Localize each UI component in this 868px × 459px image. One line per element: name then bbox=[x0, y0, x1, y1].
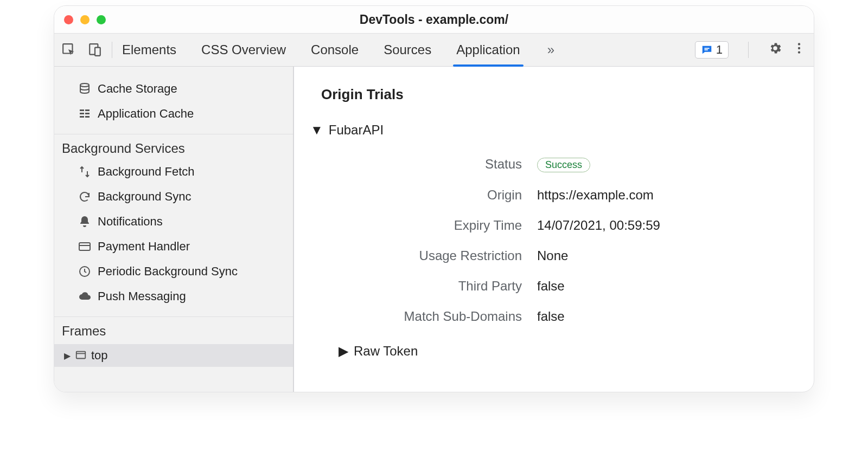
expand-triangle-icon: ▶ bbox=[64, 351, 71, 361]
svg-rect-14 bbox=[85, 116, 90, 118]
sidebar-item-label: Background Sync bbox=[98, 190, 191, 204]
fetch-icon bbox=[78, 165, 91, 178]
tab-console[interactable]: Console bbox=[311, 34, 359, 66]
credit-card-icon bbox=[78, 240, 91, 253]
collapse-triangle-icon: ▼ bbox=[310, 122, 323, 138]
message-icon bbox=[701, 44, 713, 56]
panel-tabs: Elements CSS Overview Console Sources Ap… bbox=[122, 34, 557, 66]
label-origin: Origin bbox=[348, 188, 522, 203]
svg-rect-2 bbox=[95, 48, 100, 56]
window-controls bbox=[64, 15, 106, 24]
expand-triangle-icon: ▶ bbox=[339, 344, 348, 359]
svg-point-5 bbox=[798, 43, 800, 45]
issues-count: 1 bbox=[716, 43, 723, 57]
raw-token-row[interactable]: ▶ Raw Token bbox=[339, 344, 787, 359]
sidebar-item-label: Application Cache bbox=[98, 107, 194, 121]
label-usage-restriction: Usage Restriction bbox=[348, 248, 522, 263]
value-usage-restriction: None bbox=[537, 248, 568, 263]
settings-gear-icon[interactable] bbox=[768, 41, 782, 59]
sidebar-item-label: Cache Storage bbox=[98, 82, 177, 96]
svg-point-6 bbox=[798, 47, 800, 49]
device-toolbar-icon[interactable] bbox=[88, 43, 102, 57]
label-status: Status bbox=[348, 157, 522, 172]
sidebar-item-label: top bbox=[91, 348, 108, 363]
svg-rect-9 bbox=[80, 109, 84, 111]
trial-name: FubarAPI bbox=[329, 122, 384, 138]
frame-icon bbox=[75, 350, 87, 361]
svg-rect-18 bbox=[76, 352, 86, 359]
database-icon bbox=[78, 82, 91, 95]
title-bar: DevTools - example.com/ bbox=[54, 6, 814, 33]
tab-elements[interactable]: Elements bbox=[122, 34, 176, 66]
toolbar-divider bbox=[112, 42, 112, 58]
label-match-subdomains: Match Sub-Domains bbox=[348, 309, 522, 324]
clock-icon bbox=[78, 265, 91, 278]
label-expiry: Expiry Time bbox=[348, 218, 522, 233]
value-match-subdomains: false bbox=[537, 309, 565, 324]
sync-icon bbox=[78, 190, 91, 203]
svg-rect-12 bbox=[85, 113, 90, 114]
svg-point-8 bbox=[80, 83, 89, 87]
svg-rect-4 bbox=[704, 49, 707, 50]
value-third-party: false bbox=[537, 279, 565, 294]
window-title: DevTools - example.com/ bbox=[54, 12, 814, 27]
bell-icon bbox=[78, 215, 91, 228]
sidebar-item-label: Background Fetch bbox=[98, 165, 195, 179]
tab-application[interactable]: Application bbox=[456, 34, 520, 66]
panel-title: Origin Trials bbox=[321, 86, 787, 103]
tab-sources[interactable]: Sources bbox=[384, 34, 431, 66]
tab-css-overview[interactable]: CSS Overview bbox=[201, 34, 286, 66]
svg-rect-11 bbox=[80, 113, 84, 114]
svg-rect-3 bbox=[704, 48, 709, 49]
sidebar-item-label: Push Messaging bbox=[98, 289, 186, 303]
origin-trials-panel: Origin Trials ▼ FubarAPI Status Success … bbox=[294, 67, 814, 392]
sidebar-item-label: Periodic Background Sync bbox=[98, 264, 238, 279]
sidebar-item-periodic-background-sync[interactable]: Periodic Background Sync bbox=[54, 259, 293, 284]
sidebar-item-label: Notifications bbox=[98, 215, 163, 229]
status-badge: Success bbox=[537, 158, 590, 172]
zoom-window-button[interactable] bbox=[97, 15, 106, 24]
kebab-menu-icon[interactable] bbox=[792, 41, 806, 59]
devtools-window: DevTools - example.com/ Elements CSS Ove… bbox=[54, 5, 814, 392]
svg-rect-10 bbox=[85, 109, 90, 111]
svg-rect-13 bbox=[80, 116, 84, 118]
sidebar-item-background-fetch[interactable]: Background Fetch bbox=[54, 159, 293, 184]
svg-point-7 bbox=[798, 51, 800, 53]
top-toolbar: Elements CSS Overview Console Sources Ap… bbox=[54, 33, 814, 67]
trial-row[interactable]: ▼ FubarAPI bbox=[310, 122, 787, 138]
inspect-element-icon[interactable] bbox=[62, 43, 76, 57]
label-third-party: Third Party bbox=[348, 279, 522, 294]
sidebar-item-push-messaging[interactable]: Push Messaging bbox=[54, 284, 293, 309]
application-sidebar: Cache Storage Application Cache Backgrou… bbox=[54, 67, 294, 392]
close-window-button[interactable] bbox=[64, 15, 73, 24]
trial-details-table: Status Success Origin https://example.co… bbox=[348, 156, 787, 324]
sidebar-item-background-sync[interactable]: Background Sync bbox=[54, 184, 293, 209]
cloud-icon bbox=[78, 290, 91, 303]
grid-icon bbox=[78, 107, 91, 120]
raw-token-label: Raw Token bbox=[354, 344, 418, 359]
sidebar-item-application-cache[interactable]: Application Cache bbox=[54, 101, 293, 126]
sidebar-item-frame-top[interactable]: ▶ top bbox=[54, 344, 293, 367]
minimize-window-button[interactable] bbox=[80, 15, 90, 24]
value-origin: https://example.com bbox=[537, 188, 654, 203]
sidebar-heading-frames: Frames bbox=[54, 316, 293, 342]
toolbar-divider-right bbox=[748, 42, 749, 58]
svg-rect-15 bbox=[79, 243, 90, 250]
more-tabs-icon[interactable]: » bbox=[545, 34, 557, 66]
value-expiry: 14/07/2021, 00:59:59 bbox=[537, 218, 660, 233]
sidebar-item-label: Payment Handler bbox=[98, 240, 190, 254]
sidebar-item-payment-handler[interactable]: Payment Handler bbox=[54, 234, 293, 259]
issues-badge[interactable]: 1 bbox=[695, 41, 729, 59]
sidebar-heading-background-services: Background Services bbox=[54, 134, 293, 159]
sidebar-item-cache-storage[interactable]: Cache Storage bbox=[54, 76, 293, 101]
sidebar-item-notifications[interactable]: Notifications bbox=[54, 209, 293, 234]
